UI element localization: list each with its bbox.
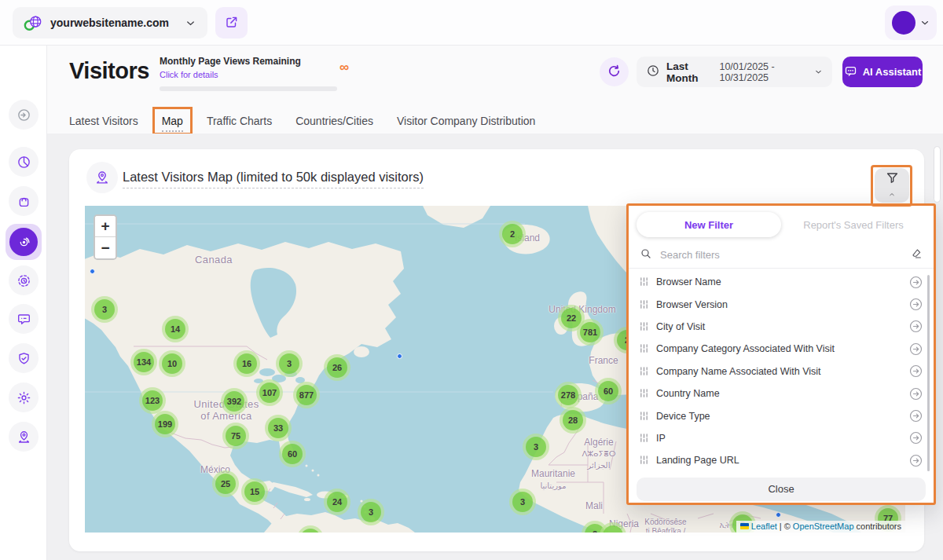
arrow-circle-right-icon[interactable] [909,431,923,445]
arrow-circle-right-icon[interactable] [909,320,923,333]
cluster-count: 24 [300,529,321,533]
filter-button[interactable] [875,168,909,203]
filter-item-country-name[interactable]: Country Name [629,382,934,404]
search-filters-input[interactable] [660,249,902,261]
filter-item-device-type[interactable]: Device Type [629,404,934,426]
map-cluster-marker[interactable]: 10 [159,350,185,377]
map-cluster-marker[interactable]: 15 [241,478,268,505]
quota-progress-bar [160,86,337,91]
tab-label: Traffic Charts [207,115,272,127]
pin-person-icon [17,430,31,445]
map-cluster-marker[interactable]: 14 [162,316,189,342]
bag-icon [17,194,31,209]
arrow-circle-right-icon[interactable] [909,276,923,289]
sliders-icon [640,298,648,312]
tab-map[interactable]: Map [160,115,185,127]
filter-item-label: Company Category Associated With Visit [656,343,835,354]
filter-item-city-of-visit[interactable]: City of Visit [629,316,934,338]
page-scrollbar[interactable] [934,146,941,203]
map-cluster-marker[interactable]: 877 [293,382,320,408]
filter-item-landing-page-url[interactable]: Landing Page URL [629,449,934,471]
account-menu[interactable] [885,5,937,40]
map-cluster-marker[interactable]: 3 [509,489,536,515]
map-cluster-marker[interactable]: 3 [358,499,384,525]
filter-item-ip[interactable]: IP [629,427,934,449]
sidebar-item-dashboard[interactable] [9,147,39,177]
filter-item-company-category-associated-with-visit[interactable]: Company Category Associated With Visit [629,338,934,360]
map-cluster-marker[interactable]: 123 [139,387,166,414]
map-cluster-marker[interactable]: 2 [499,221,526,247]
map-cluster-marker[interactable]: 278 [555,382,582,408]
tab-visitor-company-distribution[interactable]: Visitor Company Distribution [395,115,537,127]
radar-icon [9,228,38,256]
sidebar-item-settings[interactable] [9,382,39,412]
cluster-count: 60 [282,444,303,464]
openstreetmap-link[interactable]: OpenStreetMap [793,522,854,531]
sidebar-item-ecommerce[interactable] [9,186,39,216]
map-cluster-marker[interactable]: 134 [130,349,157,375]
arrow-circle-right-icon[interactable] [909,409,923,423]
map-cluster-marker[interactable]: 75 [222,423,249,449]
ai-assistant-button[interactable]: AI Assistant [842,57,923,87]
filter-item-label: Country Name [656,388,720,399]
arrow-circle-right-icon[interactable] [909,298,923,311]
quota-label: Monthly Page Views Remaining [160,56,345,67]
sliders-icon [640,386,648,401]
zoom-out-button[interactable]: − [95,237,116,258]
tab-countries-cities[interactable]: Countries/Cities [294,115,375,127]
website-selector[interactable]: yourwebsitename.com [13,7,207,38]
quota-details-link[interactable]: Click for details [160,70,218,79]
tab-latest-visitors[interactable]: Latest Visitors [68,115,140,127]
sliders-icon [640,364,648,379]
external-link-icon [225,15,239,31]
map-cluster-marker[interactable]: 107 [256,379,283,406]
filter-panel-scrollbar[interactable] [927,275,930,471]
map-cluster-marker[interactable]: 781 [577,319,604,346]
sidebar-item-feedback[interactable] [9,304,39,334]
refresh-button[interactable] [600,57,629,86]
arrow-circle-right-icon[interactable] [909,364,923,378]
map-cluster-marker[interactable]: 3 [523,434,549,460]
filter-item-browser-name[interactable]: Browser Name [629,271,934,293]
arrow-circle-right-icon[interactable] [909,387,923,401]
leaflet-link[interactable]: Leaflet [751,522,777,531]
open-website-button[interactable] [215,7,248,38]
filter-item-company-name-associated-with-visit[interactable]: Company Name Associated With Visit [629,361,934,382]
date-range-picker[interactable]: Last Month 10/01/2025 - 10/31/2025 [637,57,832,87]
sidebar-item-get-started[interactable] [9,100,39,130]
ai-chat-icon [844,64,857,80]
sidebar-item-visitors[interactable] [6,224,42,260]
tab-new-filter[interactable]: New Filter [637,212,781,237]
map-cluster-marker[interactable]: 16 [233,350,260,377]
map-cluster-marker[interactable]: 28 [560,407,586,434]
map-location-dot [397,353,402,359]
cluster-count: 25 [215,474,236,494]
sidebar-item-privacy[interactable] [9,343,39,373]
map-cluster-marker[interactable]: 392 [221,388,248,415]
eraser-icon[interactable] [910,247,923,263]
filter-item-browser-version[interactable]: Browser Version [629,293,934,315]
map-cluster-marker[interactable]: 25 [212,470,239,497]
period-range: 10/01/2025 - 10/31/2025 [719,61,808,83]
map-cluster-marker[interactable]: 26 [324,354,350,381]
map-cluster-marker[interactable]: 60 [279,441,306,467]
arrow-circle-right-icon[interactable] [909,342,923,356]
map-cluster-marker[interactable]: 3 [276,350,303,377]
map-cluster-marker[interactable]: 60 [595,378,622,404]
tab-traffic-charts[interactable]: Traffic Charts [205,115,273,127]
cluster-count: 278 [558,385,578,405]
sidebar [0,46,47,560]
map-cluster-marker[interactable]: 199 [152,411,178,437]
sidebar-item-locations[interactable] [9,422,39,452]
zoom-in-button[interactable]: + [95,216,116,237]
close-button[interactable]: Close [637,478,926,501]
map-cluster-marker[interactable]: 3 [91,296,118,323]
tab-saved-filters[interactable]: Report's Saved Filters [781,212,926,237]
map-cluster-marker[interactable]: 24 [324,489,350,515]
cluster-count: 199 [155,414,175,434]
arrow-circle-right-icon[interactable] [909,454,923,467]
map-attribution: Leaflet | © OpenStreetMap contributors [736,521,905,533]
sidebar-item-sessions[interactable] [9,265,39,295]
ukraine-flag-icon [740,523,749,529]
map-cluster-marker[interactable]: 33 [265,415,292,441]
